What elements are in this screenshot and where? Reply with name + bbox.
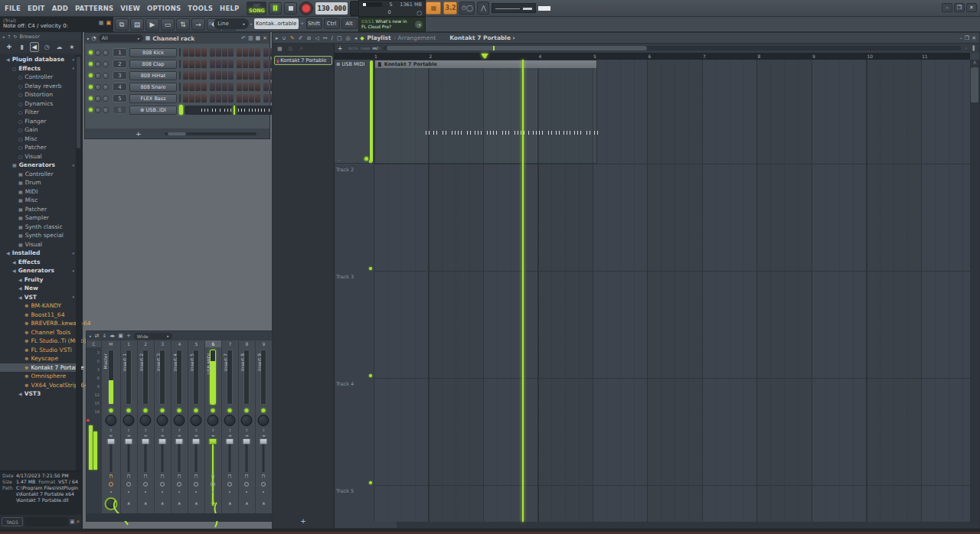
tree-item-patcher[interactable]: ○Patcher [0,143,76,152]
route-arrow-icon[interactable]: ▲ [127,500,130,505]
channel-volume-knob[interactable] [103,96,109,102]
tree-item-fruity[interactable]: ◀Fruity [0,275,76,285]
key-shift[interactable]: Shift [306,18,322,29]
menu-help[interactable]: HELP [220,5,239,12]
maximize-button[interactable]: ❐ [954,3,965,12]
channel-name-button[interactable]: 808 Snare [129,83,177,92]
step-cell[interactable] [210,60,215,68]
channel-number[interactable]: 4 [113,83,127,91]
step-cell[interactable] [183,94,188,103]
mixer-menu-icon[interactable]: ▸ [90,334,92,338]
strip-pan-knob[interactable] [224,415,236,426]
route-diamond-icon[interactable]: ◆ [211,500,214,505]
playlist-minimize-button[interactable]: – [959,35,962,41]
swap-icon[interactable]: ◂▸ [109,433,113,438]
channel-volume-knob[interactable] [103,73,109,79]
tree-item-fl-studio-vsti[interactable]: ☸FL Studio VSTi [0,346,76,355]
step-cell[interactable] [228,71,234,80]
tree-item-fl-studio-ti-multi-[interactable]: ☸FL Studio..Ti (Multi) [0,337,76,346]
picker-tab-note[interactable]: NOTE [348,47,358,50]
tree-item-generators[interactable]: ◀Generators▾ [0,266,76,275]
channel-select-swatch[interactable] [179,105,183,115]
lock-icon[interactable] [262,474,266,478]
channel-led[interactable] [89,62,93,66]
channel-mute-bar[interactable] [179,48,181,57]
tree-item-bm-kandy[interactable]: ☸BM-KANDY [0,301,76,311]
record-arm-icon[interactable] [261,482,266,487]
swap-icon[interactable]: ◂▸ [194,433,198,438]
tree-item-omnisphere[interactable]: ☸Omnisphere [0,372,76,381]
tree-item-gain[interactable]: ○Gain [0,125,76,135]
playlist-close-button[interactable]: ✕ [972,35,976,41]
step-cell[interactable] [237,60,242,68]
step-cell[interactable] [243,94,248,103]
mixer-column-3[interactable]: 3 [155,340,172,347]
step-cell[interactable] [222,83,227,91]
strip-pan-knob[interactable] [157,415,168,426]
mixer-view-dropdown[interactable]: Wide ▸ [134,333,172,340]
swap-icon[interactable]: ◂▸ [127,433,131,438]
channel-volume-knob[interactable] [103,50,109,56]
step-cell[interactable] [189,48,194,57]
channel-name-button[interactable]: FLEX Bass [129,94,177,103]
record-arm-icon[interactable] [211,482,215,487]
channel-number[interactable]: 6 [113,106,127,114]
step-cell[interactable] [243,71,248,80]
menu-edit[interactable]: EDIT [28,5,45,12]
rack-close-icon[interactable]: ✕ [263,35,267,41]
rack-menu-icon[interactable]: ▸ [87,36,90,41]
tree-item-drum[interactable]: ▦Drum [0,178,76,187]
step-cell[interactable] [183,60,188,68]
swap-icon[interactable]: ◂▸ [144,433,148,438]
tree-item-patcher[interactable]: ▦Patcher [0,205,76,214]
step-cell[interactable] [263,48,269,57]
step-cell[interactable] [255,48,260,57]
record-arm-icon[interactable] [109,482,113,487]
key-ctrl[interactable]: Ctrl [324,18,340,29]
channel-mute-bar[interactable] [179,60,181,68]
step-cell[interactable] [255,60,260,68]
mixer-strip-insert-4[interactable]: Insert 4⇕◂▸▲ [172,347,188,513]
channel-led[interactable] [89,73,93,77]
lock-icon[interactable] [144,474,148,478]
step-cell[interactable] [210,94,215,103]
stereo-sep-icon[interactable]: ⇕ [245,428,248,432]
plugin-database-tab-icon[interactable]: ◀ [30,42,39,52]
stereo-sep-icon[interactable]: ⇕ [211,428,214,432]
playlist-active-pattern[interactable]: Kontakt 7 Portable › [449,34,515,41]
strip-pan-knob[interactable] [191,415,202,426]
strip-led[interactable] [245,409,249,412]
key-alt[interactable]: Alt [341,18,358,29]
scrollbar-end[interactable]: ▌ [972,45,976,50]
channel-rack-button[interactable]: ▤ [130,18,144,31]
tree-item-midi[interactable]: ▦MIDI [0,187,76,197]
playlist-button[interactable]: ⧉ [115,18,129,31]
tree-item-distortion[interactable]: ○Distortion [0,90,76,99]
step-cell[interactable] [255,83,260,91]
tree-item-breverb-kewalk-64[interactable]: ☸BREVERB..kewalk-64 [0,319,76,328]
fader-handle[interactable] [142,438,150,444]
scroll-right-icon[interactable]: › [965,45,967,50]
tree-item-sampler[interactable]: ▦Sampler [0,213,76,223]
step-cell[interactable] [210,83,215,91]
files-tab-icon[interactable]: ▮ [17,42,26,52]
mute-tool-icon[interactable]: ◁ [315,35,318,41]
menu-add[interactable]: ADD [52,5,68,12]
channel-name-button[interactable]: 808 HiHat [129,71,177,80]
route-arrow-icon[interactable]: ▲ [161,500,164,505]
tree-item-dynamics[interactable]: ○Dynamics [0,99,76,109]
plus-icon[interactable]: + [300,21,305,27]
step-cell[interactable] [216,71,221,80]
mixer-strip-insert-8[interactable]: Insert 8⇕◂▸▲ [239,347,256,513]
mixer-download-icon[interactable]: ⇓ [102,333,106,339]
step-cell[interactable] [249,94,254,103]
tree-item-channel-tools[interactable]: ☸Channel Tools [0,328,76,337]
rack-hscrollbar[interactable] [165,132,256,135]
tree-item-new[interactable]: ◀New [0,284,76,293]
step-cell[interactable] [195,48,201,57]
folder-icon[interactable]: ▣ [70,519,75,525]
record-arm-icon[interactable] [160,482,165,487]
record-button[interactable] [299,2,313,15]
menu-view[interactable]: VIEW [120,5,140,12]
strip-pan-knob[interactable] [123,415,135,426]
